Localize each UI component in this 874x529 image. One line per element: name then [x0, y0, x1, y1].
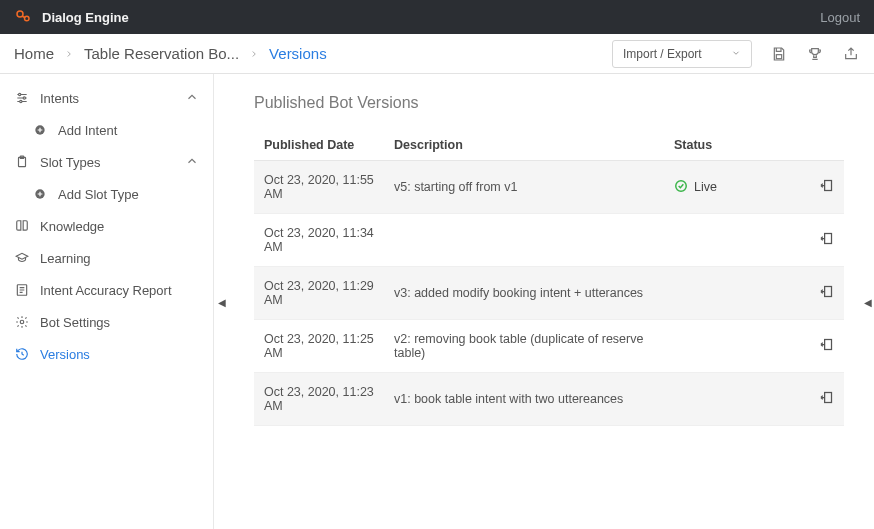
rollback-button[interactable] — [819, 231, 834, 246]
svg-rect-14 — [825, 234, 832, 244]
sidebar-label: Add Intent — [58, 123, 117, 138]
cell-date: Oct 23, 2020, 11:23 AM — [254, 373, 384, 426]
chevron-right-icon — [64, 45, 74, 62]
cell-status: Live — [664, 161, 804, 214]
versions-table: Published Date Description Status Oct 23… — [254, 130, 844, 426]
breadcrumb-home[interactable]: Home — [14, 45, 54, 62]
cell-status — [664, 214, 804, 267]
svg-rect-15 — [825, 287, 832, 297]
plus-circle-icon — [32, 122, 48, 138]
svg-rect-17 — [825, 393, 832, 403]
col-header-desc: Description — [384, 130, 664, 161]
sidebar-item-bot-settings[interactable]: Bot Settings — [0, 306, 213, 338]
app-logo-icon — [14, 8, 32, 26]
cell-action — [804, 214, 844, 267]
main: Intents Add Intent Slot Types — [0, 74, 874, 529]
cell-status — [664, 320, 804, 373]
cell-description — [384, 214, 664, 267]
sidebar-label: Knowledge — [40, 219, 104, 234]
breadcrumb-bot[interactable]: Table Reservation Bo... — [84, 45, 239, 62]
cell-description: v3: added modify booking intent + uttera… — [384, 267, 664, 320]
cell-action — [804, 161, 844, 214]
sidebar-item-versions[interactable]: Versions — [0, 338, 213, 370]
table-row: Oct 23, 2020, 11:25 AMv2: removing book … — [254, 320, 844, 373]
breadcrumb-current: Versions — [269, 45, 327, 62]
svg-point-4 — [23, 97, 25, 99]
rollback-button[interactable] — [819, 337, 834, 352]
cell-action — [804, 267, 844, 320]
sliders-icon — [14, 90, 30, 106]
toolbar: Home Table Reservation Bo... Versions Im… — [0, 34, 874, 74]
sidebar-label: Intent Accuracy Report — [40, 283, 172, 298]
import-export-dropdown[interactable]: Import / Export — [612, 40, 752, 68]
plus-circle-icon — [32, 186, 48, 202]
cell-description: v2: removing book table (duplicate of re… — [384, 320, 664, 373]
table-row: Oct 23, 2020, 11:23 AMv1: book table int… — [254, 373, 844, 426]
cell-action — [804, 373, 844, 426]
cell-status — [664, 373, 804, 426]
clipboard-icon — [14, 154, 30, 170]
svg-point-11 — [20, 320, 24, 324]
breadcrumb: Home Table Reservation Bo... Versions — [14, 45, 327, 62]
table-row: Oct 23, 2020, 11:34 AM — [254, 214, 844, 267]
history-icon — [14, 346, 30, 362]
svg-rect-16 — [825, 340, 832, 350]
sidebar-item-add-slot-type[interactable]: Add Slot Type — [0, 178, 213, 210]
col-header-status: Status — [664, 130, 804, 161]
cell-date: Oct 23, 2020, 11:29 AM — [254, 267, 384, 320]
gear-icon — [14, 314, 30, 330]
svg-point-3 — [19, 93, 21, 95]
import-export-label: Import / Export — [623, 47, 702, 61]
page-title: Published Bot Versions — [254, 94, 844, 112]
app-header: Dialog Engine Logout — [0, 0, 874, 34]
sidebar-item-learning[interactable]: Learning — [0, 242, 213, 274]
sidebar-item-intent-accuracy[interactable]: Intent Accuracy Report — [0, 274, 213, 306]
sidebar-label: Versions — [40, 347, 90, 362]
cell-action — [804, 320, 844, 373]
book-icon — [14, 218, 30, 234]
chevron-up-icon — [185, 154, 199, 171]
sidebar-item-slot-types[interactable]: Slot Types — [0, 146, 213, 178]
app-title: Dialog Engine — [42, 10, 129, 25]
share-icon[interactable] — [842, 45, 860, 63]
chevron-down-icon — [731, 47, 741, 61]
sidebar: Intents Add Intent Slot Types — [0, 74, 214, 529]
rollback-button[interactable] — [819, 284, 834, 299]
sidebar-label: Learning — [40, 251, 91, 266]
sidebar-item-knowledge[interactable]: Knowledge — [0, 210, 213, 242]
chevron-right-icon — [249, 45, 259, 62]
status-label: Live — [694, 180, 717, 194]
cell-status — [664, 267, 804, 320]
svg-rect-2 — [776, 54, 781, 58]
table-row: Oct 23, 2020, 11:29 AMv3: added modify b… — [254, 267, 844, 320]
check-circle-icon — [674, 179, 688, 196]
sidebar-item-intents[interactable]: Intents — [0, 82, 213, 114]
sidebar-label: Intents — [40, 91, 79, 106]
chevron-up-icon — [185, 90, 199, 107]
svg-point-0 — [17, 11, 23, 17]
graduation-cap-icon — [14, 250, 30, 266]
col-header-date: Published Date — [254, 130, 384, 161]
sidebar-label: Bot Settings — [40, 315, 110, 330]
cell-description: v5: starting off from v1 — [384, 161, 664, 214]
rollback-button[interactable] — [819, 178, 834, 193]
sidebar-label: Slot Types — [40, 155, 100, 170]
table-row: Oct 23, 2020, 11:55 AMv5: starting off f… — [254, 161, 844, 214]
logout-link[interactable]: Logout — [820, 10, 860, 25]
svg-rect-13 — [825, 181, 832, 191]
cell-description: v1: book table intent with two uttereanc… — [384, 373, 664, 426]
cell-date: Oct 23, 2020, 11:25 AM — [254, 320, 384, 373]
cell-date: Oct 23, 2020, 11:34 AM — [254, 214, 384, 267]
sidebar-item-add-intent[interactable]: Add Intent — [0, 114, 213, 146]
content: Published Bot Versions Published Date De… — [214, 74, 874, 529]
save-icon[interactable] — [770, 45, 788, 63]
sidebar-label: Add Slot Type — [58, 187, 139, 202]
svg-point-5 — [20, 100, 22, 102]
toolbar-actions: Import / Export — [612, 40, 860, 68]
trophy-icon[interactable] — [806, 45, 824, 63]
rollback-button[interactable] — [819, 390, 834, 405]
cell-date: Oct 23, 2020, 11:55 AM — [254, 161, 384, 214]
report-icon — [14, 282, 30, 298]
